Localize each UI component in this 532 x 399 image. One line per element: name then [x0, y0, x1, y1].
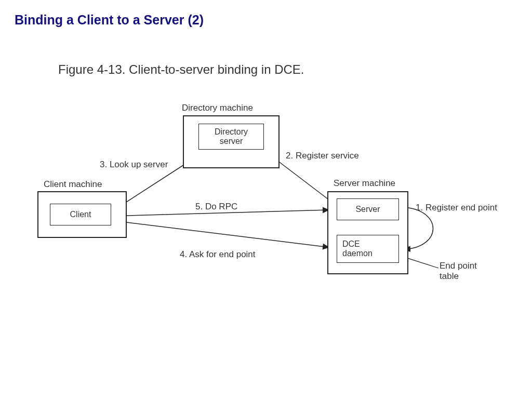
end-point-table-label: End point table [440, 261, 477, 282]
dce-daemon-inner-box: DCE daemon [337, 235, 399, 263]
server-inner-box: Server [337, 198, 399, 220]
directory-server-inner-box: Directory server [198, 124, 264, 150]
directory-machine-label: Directory machine [182, 103, 253, 113]
client-machine-label: Client machine [44, 179, 102, 190]
step-3-label: 3. Look up server [100, 159, 168, 170]
slide-title: Binding a Client to a Server (2) [15, 12, 204, 28]
diagram: Client machine Client Directory machine … [31, 94, 499, 312]
svg-line-3 [110, 220, 329, 247]
client-inner-box: Client [50, 204, 111, 225]
server-machine-label: Server machine [334, 178, 395, 189]
figure-caption: Figure 4-13. Client-to-server binding in… [58, 62, 304, 77]
step-2-label: 2. Register service [286, 151, 359, 161]
step-1-label: 1. Register end point [416, 203, 497, 213]
step-5-label: 5. Do RPC [195, 202, 237, 212]
step-4-label: 4. Ask for end point [180, 249, 256, 260]
